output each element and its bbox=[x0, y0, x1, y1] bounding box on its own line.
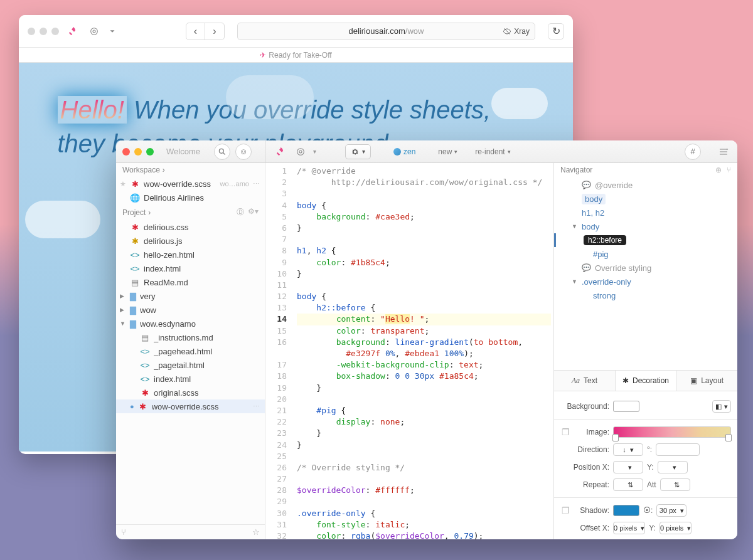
disclosure-triangle[interactable]: ▶ bbox=[120, 307, 126, 313]
browser-titlebar: ‹ › deliriousair.com/wow Xray ↻ bbox=[19, 15, 573, 48]
background-swatch[interactable] bbox=[613, 401, 639, 412]
navigator-item[interactable]: body bbox=[554, 192, 737, 206]
star-icon[interactable]: ☆ bbox=[252, 527, 260, 537]
reload-button[interactable]: ↻ bbox=[548, 23, 564, 40]
posx-select[interactable]: ▾ bbox=[613, 461, 643, 473]
forward-button[interactable]: › bbox=[205, 23, 224, 40]
direction-select[interactable]: ↓ ▾ bbox=[613, 443, 643, 456]
traffic-lights[interactable] bbox=[28, 28, 59, 35]
filter-icon[interactable]: ⑂ bbox=[121, 527, 126, 537]
tab-layout[interactable]: ▣Layout bbox=[676, 371, 737, 391]
gradient-stop-start[interactable] bbox=[612, 434, 619, 441]
sidebar-item[interactable]: <>hello-zen.html bbox=[116, 248, 265, 262]
rocket-icon[interactable] bbox=[65, 24, 80, 39]
svg-point-3 bbox=[219, 149, 223, 153]
sidebar-item[interactable]: <>_pagetail.html bbox=[116, 358, 265, 372]
back-button[interactable]: ‹ bbox=[186, 23, 205, 40]
more-icon[interactable]: ⋯ bbox=[253, 180, 260, 188]
shadow-blur[interactable]: 30 px ▾ bbox=[656, 504, 686, 517]
sidebar-item[interactable]: 🌐Delirious Airlines bbox=[116, 191, 265, 204]
settings-sliders-icon[interactable] bbox=[716, 144, 731, 159]
zoom-button[interactable] bbox=[146, 148, 154, 156]
navigator-item[interactable]: ▼.override-only bbox=[554, 275, 737, 288]
tab-decoration[interactable]: ✱Decoration bbox=[615, 371, 677, 391]
sidebar-item[interactable]: ✱delirious.js bbox=[116, 234, 265, 248]
gradient-stop-end[interactable] bbox=[725, 434, 732, 441]
target-icon[interactable] bbox=[293, 144, 308, 159]
sidebar-item[interactable]: <>_pagehead.html bbox=[116, 344, 265, 358]
editor-traffic-lights[interactable] bbox=[122, 148, 154, 156]
sidebar-item[interactable]: ▶▇wow bbox=[116, 303, 265, 317]
file-name: _pagehead.html bbox=[154, 347, 260, 356]
workspace-header[interactable]: Workspace› bbox=[116, 163, 265, 177]
gear-icon[interactable]: ⚙▾ bbox=[248, 207, 259, 218]
dynamo-icon[interactable]: Ⓓ bbox=[237, 207, 244, 218]
svg-line-4 bbox=[223, 152, 225, 154]
reindent-menu[interactable]: re-indent▾ bbox=[475, 147, 510, 156]
code-editor[interactable]: 1234567891011121314151617181920212223242… bbox=[265, 163, 553, 539]
target-icon[interactable] bbox=[87, 24, 102, 39]
background-options[interactable]: ◧ ▾ bbox=[712, 400, 731, 413]
degree-input[interactable] bbox=[656, 443, 700, 456]
sidebar-item[interactable]: ✱original.scss bbox=[116, 386, 265, 399]
navigator-item[interactable]: 💬Override styling bbox=[554, 261, 737, 275]
face-icon[interactable]: ☺ bbox=[235, 144, 252, 160]
sidebar: Workspace› ★✱wow-override.scsswo…amo⋯🌐De… bbox=[116, 163, 265, 539]
sidebar-item[interactable]: <>index.html bbox=[116, 262, 265, 275]
sidebar-item[interactable]: ▤ReadMe.md bbox=[116, 275, 265, 289]
offset-y[interactable]: 0 pixels ▾ bbox=[660, 522, 692, 534]
posy-select[interactable]: ▾ bbox=[658, 461, 688, 473]
chevron-down-icon[interactable] bbox=[108, 24, 117, 39]
more-icon[interactable]: ⋯ bbox=[253, 403, 260, 411]
navigator-item[interactable]: h2::before bbox=[554, 233, 737, 247]
zen-mode[interactable]: zen bbox=[393, 147, 415, 156]
repeat-select[interactable]: ⇅ bbox=[613, 478, 643, 491]
file-name: delirious.css bbox=[144, 223, 260, 232]
file-name: very bbox=[140, 292, 260, 301]
offset-x[interactable]: 0 pixels ▾ bbox=[613, 522, 645, 534]
sidebar-item[interactable]: ▼▇wow.esdynamo bbox=[116, 317, 265, 330]
sidebar-item[interactable]: <>index.html bbox=[116, 372, 265, 386]
rocket-icon[interactable] bbox=[273, 144, 288, 159]
tab-text[interactable]: AaText bbox=[554, 371, 615, 391]
stack-icon[interactable]: ❐ bbox=[560, 427, 570, 437]
stack-icon[interactable]: ❐ bbox=[560, 505, 570, 515]
file-name: hello-zen.html bbox=[144, 250, 260, 260]
sidebar-item[interactable]: ▶▇very bbox=[116, 289, 265, 303]
hash-icon[interactable]: # bbox=[685, 144, 701, 160]
zoom-dot[interactable] bbox=[51, 28, 59, 35]
md-icon: ▤ bbox=[130, 278, 140, 287]
inspector-tabs: AaText ✱Decoration ▣Layout bbox=[554, 370, 737, 391]
sidebar-item[interactable]: ★✱wow-override.scsswo…amo⋯ bbox=[116, 177, 265, 191]
dot-icon: ● bbox=[130, 403, 134, 410]
disclosure-triangle[interactable]: ▼ bbox=[120, 320, 126, 327]
svg-point-1 bbox=[93, 30, 95, 33]
url-bar[interactable]: deliriousair.com/wow Xray bbox=[237, 23, 535, 40]
add-icon[interactable]: ⊕ bbox=[715, 166, 722, 174]
shadow-color[interactable] bbox=[613, 505, 639, 516]
disclosure-triangle[interactable]: ▶ bbox=[120, 293, 126, 299]
navigator-item[interactable]: #pig bbox=[554, 247, 737, 261]
navigator-item[interactable]: ▼body bbox=[554, 219, 737, 233]
minimize-dot[interactable] bbox=[40, 28, 47, 35]
star-icon: ★ bbox=[120, 180, 126, 188]
sidebar-item[interactable]: ●✱wow-override.scss⋯ bbox=[116, 399, 265, 413]
close-dot[interactable] bbox=[28, 28, 35, 35]
md-icon: ▤ bbox=[140, 333, 150, 342]
att-select[interactable]: ⇅ bbox=[660, 478, 690, 491]
gear-menu[interactable]: ▾ bbox=[345, 144, 371, 159]
navigator-item[interactable]: h1, h2 bbox=[554, 206, 737, 219]
search-icon[interactable] bbox=[214, 144, 230, 160]
gradient-bar[interactable] bbox=[613, 426, 731, 438]
project-header[interactable]: Project› Ⓓ⚙▾ bbox=[116, 204, 265, 220]
navigator-tree[interactable]: 💬@overridebodyh1, h2▼bodyh2::before#pig💬… bbox=[554, 177, 737, 304]
new-menu[interactable]: new▾ bbox=[438, 147, 457, 156]
xray-button[interactable]: Xray bbox=[503, 27, 530, 36]
minimize-button[interactable] bbox=[134, 148, 142, 156]
sidebar-item[interactable]: ▤_instructions.md bbox=[116, 330, 265, 344]
navigator-item[interactable]: strong bbox=[554, 288, 737, 302]
sidebar-item[interactable]: ✱delirious.css bbox=[116, 220, 265, 234]
navigator-item[interactable]: 💬@override bbox=[554, 178, 737, 192]
filter-icon[interactable]: ⑂ bbox=[727, 166, 731, 174]
close-button[interactable] bbox=[122, 148, 130, 156]
